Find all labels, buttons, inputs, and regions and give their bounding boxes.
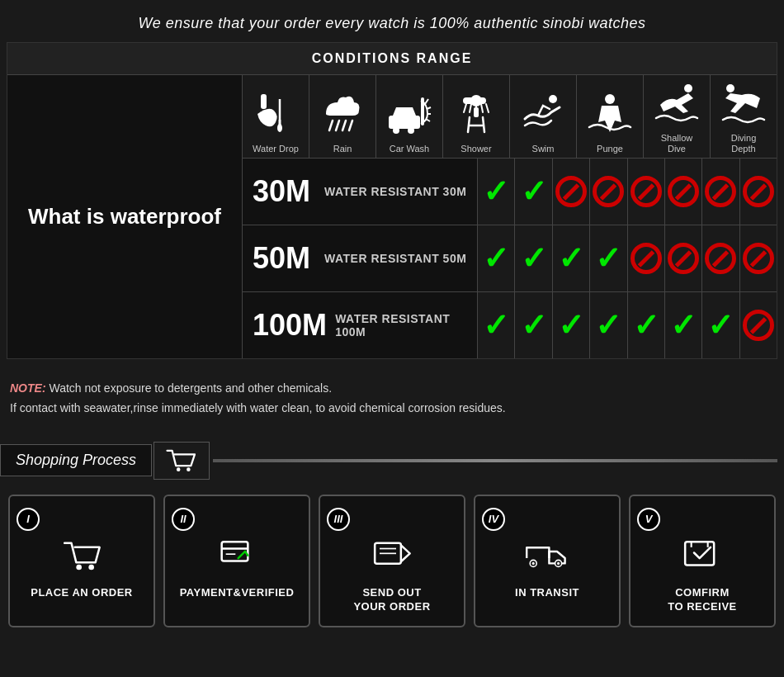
- check-mark: ✓: [483, 240, 509, 277]
- svg-point-22: [549, 95, 557, 103]
- svg-point-1: [277, 124, 282, 132]
- data-cell-30M-1: ✓: [515, 159, 552, 225]
- plunge-icon: [585, 91, 635, 140]
- svg-point-28: [76, 565, 82, 570]
- check-mark: ✓: [633, 307, 659, 343]
- icon-cell-diving-depth: DivingDepth: [711, 75, 777, 158]
- waterproof-section: CONDITIONS RANGE What is waterproof: [7, 42, 777, 359]
- confirm-icon: [682, 537, 723, 580]
- shopping-section: Shopping Process I: [0, 442, 784, 636]
- no-icon: [668, 243, 699, 274]
- data-cell-100M-1: ✓: [515, 292, 552, 358]
- banner-text: We ensure that your order every watch is…: [139, 15, 646, 31]
- process-card-3: III SEND OUTYOUR ORDER: [319, 495, 465, 627]
- header-banner: We ensure that your order every watch is…: [0, 0, 784, 42]
- svg-line-4: [342, 121, 346, 130]
- left-label-cell: What is waterproof: [7, 75, 243, 358]
- row-desc-100M: WATER RESISTANT 100M: [331, 308, 477, 343]
- svg-point-39: [557, 562, 560, 565]
- data-cell-100M-0: ✓: [478, 292, 515, 358]
- data-cell-100M-2: ✓: [553, 292, 590, 358]
- cart-icon: [166, 447, 197, 474]
- rain-icon: [318, 91, 367, 140]
- data-cell-30M-7: [740, 159, 777, 225]
- place-order-icon: [61, 537, 102, 580]
- step-num-3: III: [327, 508, 350, 531]
- row-meter-100M: 100M: [243, 296, 331, 355]
- water-drop-icon: [251, 91, 300, 140]
- svg-rect-6: [389, 116, 420, 129]
- process-cards: I PLACE AN ORDER II: [0, 480, 784, 636]
- svg-rect-40: [685, 542, 714, 565]
- data-rows-container: 30MWATER RESISTANT 30M✓✓50MWATER RESISTA…: [243, 159, 777, 358]
- no-icon: [705, 176, 736, 207]
- swim-icon: [518, 91, 568, 140]
- check-mark: ✓: [707, 307, 734, 343]
- transit-icon: [524, 537, 570, 580]
- check-mark: ✓: [558, 240, 584, 277]
- no-icon: [631, 243, 662, 274]
- svg-line-21: [486, 104, 489, 112]
- svg-point-26: [177, 467, 181, 471]
- note-label: NOTE:: [10, 381, 46, 395]
- conditions-grid: Water Drop Rain: [243, 75, 777, 358]
- step-label-2: PAYMENT&VERIFIED: [180, 586, 295, 600]
- plunge-label: Punge: [597, 144, 623, 154]
- svg-line-3: [336, 121, 339, 130]
- icon-cell-water-drop: Water Drop: [243, 75, 309, 158]
- data-cell-50M-0: ✓: [478, 225, 515, 291]
- svg-point-37: [532, 562, 535, 565]
- icon-header-row: Water Drop Rain: [243, 75, 777, 159]
- no-icon: [743, 243, 774, 274]
- data-cell-100M-7: [740, 292, 777, 358]
- shopping-header-bar: [213, 459, 777, 462]
- shopping-title: Shopping Process: [0, 444, 152, 476]
- row-label-cell-30M: 30MWATER RESISTANT 30M: [243, 159, 478, 225]
- conditions-header: CONDITIONS RANGE: [7, 43, 777, 75]
- shower-label: Shower: [460, 144, 491, 154]
- check-mark: ✓: [521, 240, 547, 277]
- data-cell-50M-7: [740, 225, 777, 291]
- data-cell-30M-4: [628, 159, 665, 225]
- no-icon: [668, 176, 699, 207]
- note-line2: If contact with seawater,rinse immediate…: [10, 399, 774, 419]
- step-num-4: IV: [482, 508, 505, 531]
- check-mark: ✓: [483, 307, 509, 343]
- step-num-5: V: [637, 508, 660, 531]
- note-line1: NOTE: Watch not exposure to detergents a…: [10, 379, 774, 399]
- step-label-3: SEND OUTYOUR ORDER: [353, 586, 430, 614]
- check-mark: ✓: [595, 307, 621, 343]
- svg-rect-16: [463, 97, 486, 104]
- row-desc-50M: WATER RESISTANT 50M: [320, 248, 470, 269]
- icon-cell-plunge: Punge: [577, 75, 644, 158]
- data-cell-30M-0: ✓: [478, 159, 515, 225]
- step-num-2: II: [172, 508, 195, 531]
- shallow-dive-icon: [652, 80, 701, 130]
- svg-point-25: [726, 84, 734, 92]
- row-meter-50M: 50M: [243, 229, 320, 288]
- check-mark: ✓: [670, 307, 697, 343]
- data-cell-100M-3: ✓: [590, 292, 627, 358]
- shopping-header: Shopping Process: [0, 442, 777, 480]
- car-wash-label: Car Wash: [390, 144, 430, 154]
- svg-line-5: [349, 121, 352, 130]
- step-label-4: IN TRANSIT: [515, 586, 579, 600]
- step-num-1: I: [17, 508, 40, 531]
- data-cell-50M-6: [702, 225, 739, 291]
- send-out-icon: [371, 537, 413, 580]
- data-cell-30M-5: [665, 159, 702, 225]
- no-icon: [705, 243, 736, 274]
- data-cell-30M-3: [590, 159, 627, 225]
- diving-depth-label: DivingDepth: [731, 133, 757, 154]
- data-cell-50M-3: ✓: [590, 225, 627, 291]
- icon-cell-shallow-dive: ShallowDive: [644, 75, 711, 158]
- check-mark: ✓: [521, 307, 547, 343]
- svg-line-10: [425, 99, 428, 104]
- car-wash-icon: [385, 91, 434, 140]
- svg-point-7: [393, 127, 399, 134]
- diving-depth-icon: [719, 80, 768, 130]
- data-cell-100M-6: ✓: [702, 292, 739, 358]
- swim-label: Swim: [532, 144, 555, 154]
- svg-point-23: [605, 94, 615, 104]
- process-card-4: IV IN TRANSIT: [474, 495, 621, 627]
